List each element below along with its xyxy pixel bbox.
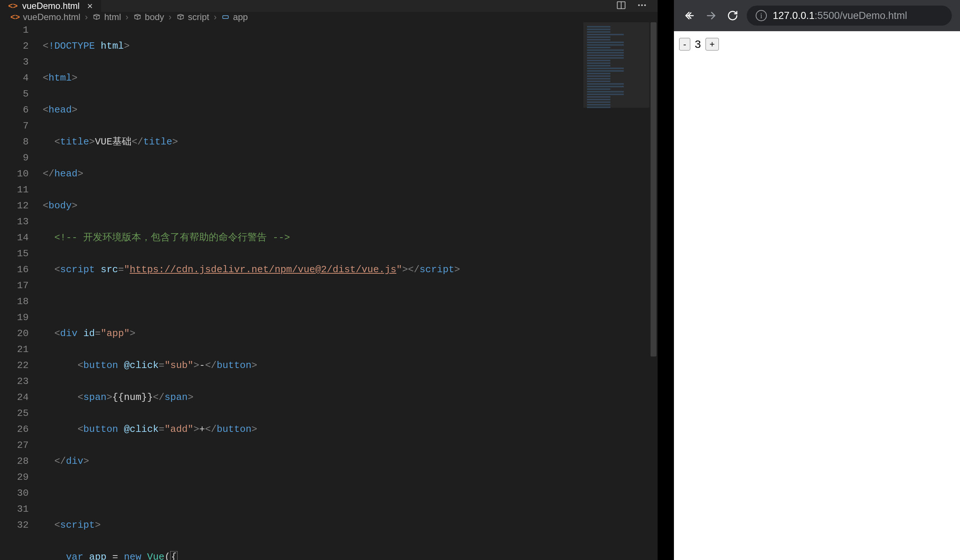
browser-viewport: - 3 + [674, 31, 960, 560]
minimap[interactable] [583, 22, 658, 560]
svg-point-2 [638, 5, 640, 6]
breadcrumb-script[interactable]: script [188, 12, 209, 22]
increment-button[interactable]: + [706, 38, 719, 51]
chevron-right-icon: › [212, 12, 218, 22]
editor-pane: <> vueDemo.html × <> vueDemo.html › html [0, 0, 658, 560]
html-file-icon: <> [10, 12, 20, 22]
tab-bar: <> vueDemo.html × [0, 0, 658, 12]
chevron-right-icon: › [83, 12, 89, 22]
tab-actions [616, 0, 658, 12]
browser-toolbar: i 127.0.0.1:5500/vueDemo.html [674, 0, 960, 31]
code-editor[interactable]: 1234567891011121314151617181920212223242… [0, 22, 658, 560]
chevron-right-icon: › [167, 12, 173, 22]
breadcrumbs[interactable]: <> vueDemo.html › html › body › script ›… [0, 12, 658, 22]
variable-icon [221, 13, 230, 22]
code-content[interactable]: <!DOCTYPE html> <html> <head> <title>VUE… [43, 22, 658, 560]
tab-group: <> vueDemo.html × [0, 0, 101, 12]
svg-point-3 [641, 5, 643, 6]
file-tab[interactable]: <> vueDemo.html × [0, 0, 101, 12]
back-button[interactable] [682, 8, 697, 23]
breadcrumb-app[interactable]: app [233, 12, 248, 22]
pane-divider[interactable] [658, 0, 674, 560]
symbol-icon [133, 13, 142, 22]
close-tab-icon[interactable]: × [87, 1, 93, 11]
scrollbar-thumb[interactable] [651, 22, 656, 356]
minimap-content [587, 26, 654, 109]
scrollbar[interactable]: scr [650, 22, 658, 560]
forward-button[interactable] [704, 8, 718, 23]
svg-rect-5 [223, 16, 229, 19]
breadcrumb-file[interactable]: vueDemo.html [23, 12, 81, 22]
counter-app: - 3 + [679, 38, 955, 51]
symbol-icon [92, 13, 101, 22]
reload-button[interactable] [725, 8, 740, 23]
address-bar[interactable]: i 127.0.0.1:5500/vueDemo.html [747, 6, 952, 26]
site-info-icon[interactable]: i [756, 10, 767, 21]
svg-point-4 [644, 5, 646, 6]
line-number-gutter: 1234567891011121314151617181920212223242… [0, 22, 43, 560]
url-text: 127.0.0.1:5500/vueDemo.html [773, 10, 907, 22]
more-actions-icon[interactable] [637, 0, 647, 12]
chevron-right-icon: › [124, 12, 130, 22]
counter-value: 3 [693, 38, 702, 51]
tab-filename: vueDemo.html [22, 1, 80, 11]
html-file-icon: <> [8, 1, 18, 11]
split-editor-icon[interactable] [616, 0, 626, 12]
breadcrumb-html[interactable]: html [104, 12, 121, 22]
breadcrumb-body[interactable]: body [145, 12, 164, 22]
symbol-icon [176, 13, 185, 22]
browser-pane: i 127.0.0.1:5500/vueDemo.html - 3 + [674, 0, 960, 560]
decrement-button[interactable]: - [679, 38, 690, 51]
